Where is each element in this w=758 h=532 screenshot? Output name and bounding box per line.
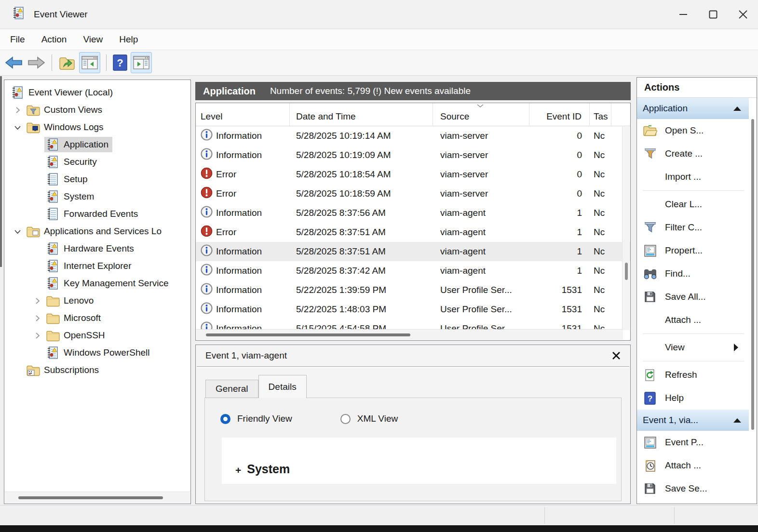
minimize-button[interactable] (668, 0, 698, 29)
tree-item-windows-logs[interactable]: Windows Logs (4, 119, 190, 136)
toggle-action-pane-button[interactable] (131, 52, 152, 73)
tree-item-internet-explorer[interactable]: Internet Explorer (4, 257, 190, 275)
console-tree-icon (81, 56, 98, 69)
properties-icon (643, 436, 657, 449)
action-filter-c-[interactable]: Filter C... (637, 216, 749, 239)
toolbar: ? (0, 50, 758, 76)
tree-item-forwarded-events[interactable]: Forwarded Events (4, 205, 190, 223)
action-propert-[interactable]: Propert... (637, 239, 749, 262)
menu-view[interactable]: View (75, 29, 111, 50)
tree-item-microsoft[interactable]: Microsoft (4, 309, 190, 327)
tree-horizontal-scrollbar[interactable] (5, 492, 190, 503)
log-summary: Number of events: 5,799 (!) New events a… (270, 86, 471, 96)
tree-item-application[interactable]: Application (4, 136, 190, 153)
tree-item-label: Security (64, 157, 97, 167)
tree-expander-collapsed[interactable] (30, 332, 44, 339)
toolbar-separator (52, 54, 52, 71)
tree-item-security[interactable]: Security (4, 153, 190, 171)
column-header-source[interactable]: Source (433, 103, 529, 126)
tree-item-label: Subscriptions (44, 365, 99, 375)
action-refresh[interactable]: Refresh (637, 363, 749, 386)
view-options: Friendly View XML View (220, 413, 398, 424)
event-row[interactable]: Error 5/28/2025 10:18:59 AM viam-server … (196, 184, 630, 203)
tree-item-windows-powershell[interactable]: Windows PowerShell (4, 344, 190, 361)
events-horizontal-scrollbar[interactable] (196, 329, 623, 340)
action-clear-l-[interactable]: Clear L... (637, 193, 749, 216)
forward-icon (27, 55, 45, 70)
actions-scrollbar[interactable] (750, 105, 756, 503)
column-header-tas[interactable]: Tas (590, 103, 611, 126)
expand-system-toggle[interactable]: + (235, 465, 241, 476)
action-open-s-[interactable]: Open S... (637, 119, 749, 142)
tree-item-openssh[interactable]: OpenSSH (4, 327, 190, 344)
tree-item-key-management-service[interactable]: Key Management Service (4, 275, 190, 292)
menu-help[interactable]: Help (111, 29, 146, 50)
column-header-level[interactable]: Level (196, 103, 290, 126)
radio-xml-view[interactable]: XML View (340, 413, 398, 424)
tree-item-lenovo[interactable]: Lenovo (4, 292, 190, 309)
actions-group-application[interactable]: Application (637, 98, 749, 119)
tree-expander-collapsed[interactable] (10, 106, 25, 114)
event-row[interactable]: Information 5/28/2025 8:37:51 AM viam-ag… (196, 242, 630, 261)
detail-close-button[interactable] (612, 351, 621, 360)
event-row[interactable]: Information 5/28/2025 8:37:42 AM viam-ag… (196, 261, 630, 280)
event-row[interactable]: Error 5/28/2025 10:18:54 AM viam-server … (196, 165, 630, 184)
action-save-all-[interactable]: Save All... (637, 285, 749, 308)
action-help[interactable]: ?Help (637, 386, 749, 410)
back-button[interactable] (5, 55, 23, 70)
tree-item-hardware-events[interactable]: Hardware Events (4, 240, 190, 257)
maximize-button[interactable] (698, 0, 728, 29)
back-icon (5, 55, 23, 70)
tree-item-custom-views[interactable]: Custom Views (4, 101, 190, 119)
actions-group-event-1-via-[interactable]: Event 1, via... (637, 410, 749, 431)
system-node-label[interactable]: System (247, 462, 290, 476)
export-log-button[interactable] (58, 55, 76, 70)
radio-friendly-view[interactable]: Friendly View (220, 413, 292, 424)
tree-expander-collapsed[interactable] (30, 297, 44, 305)
close-button[interactable] (728, 0, 758, 29)
column-header-event-id[interactable]: Event ID (529, 103, 590, 126)
action-find-[interactable]: Find... (637, 262, 749, 285)
tree-expander-collapsed[interactable] (30, 315, 44, 322)
tree-item-system[interactable]: System (4, 188, 190, 205)
menu-file[interactable]: File (2, 29, 33, 50)
tree-item-subscriptions[interactable]: Subscriptions (4, 361, 190, 379)
actions-separator (643, 361, 744, 361)
tree-expander-expanded[interactable] (10, 124, 25, 131)
action-attach-[interactable]: Attach ... (637, 454, 749, 477)
action-import-[interactable]: Import ... (637, 165, 749, 188)
tree-item-setup[interactable]: Setup (4, 171, 190, 188)
actions-pane: Actions Application Open S... Create ...… (636, 77, 757, 504)
tree-expander-expanded[interactable] (10, 228, 25, 235)
tree-item-event-viewer-local-[interactable]: Event Viewer (Local) (4, 84, 190, 101)
action-event-p-[interactable]: Event P... (637, 431, 749, 454)
tab-general[interactable]: General (205, 380, 258, 398)
tree-scrollbar-thumb[interactable] (18, 496, 163, 499)
event-row[interactable]: Information 5/22/2025 1:39:59 PM User Pr… (196, 280, 630, 300)
tree-item-applications-and-services-lo[interactable]: Applications and Services Lo (4, 223, 190, 240)
action-save-se-[interactable]: Save Se... (637, 477, 749, 500)
actions-scrollbar-thumb[interactable] (751, 119, 754, 430)
action-create-[interactable]: Create ... (637, 142, 749, 165)
console-tree: Event Viewer (Local) Custom Views Window… (4, 80, 190, 379)
event-row[interactable]: Information 5/28/2025 10:19:14 AM viam-s… (196, 126, 630, 146)
event-row[interactable]: Error 5/28/2025 8:37:51 AM viam-agent 1 … (196, 223, 630, 242)
forward-button[interactable] (27, 55, 45, 70)
toggle-console-tree-button[interactable] (79, 52, 100, 73)
menu-action[interactable]: Action (33, 29, 75, 50)
events-vscroll-thumb[interactable] (625, 263, 628, 280)
help-button[interactable]: ? (113, 54, 127, 71)
event-row[interactable]: Information 5/15/2025 4:54:58 PM User Pr… (196, 319, 630, 330)
event-row[interactable]: Information 5/28/2025 8:37:56 AM viam-ag… (196, 203, 630, 223)
action-attach-[interactable]: Attach ... (637, 308, 749, 332)
detail-tabs: GeneralDetails (205, 375, 307, 398)
event-row[interactable]: Information 5/22/2025 1:48:03 PM User Pr… (196, 300, 630, 319)
events-vertical-scrollbar[interactable] (622, 127, 630, 330)
events-table-panel: Level Date and Time Source Event ID Tas … (195, 103, 631, 341)
column-header-date-and-time[interactable]: Date and Time (290, 103, 433, 126)
svg-text:?: ? (117, 57, 123, 69)
events-hscroll-thumb[interactable] (206, 333, 410, 336)
tab-details[interactable]: Details (258, 375, 307, 398)
action-view[interactable]: View (637, 336, 749, 359)
event-row[interactable]: Information 5/28/2025 10:19:09 AM viam-s… (196, 146, 630, 165)
